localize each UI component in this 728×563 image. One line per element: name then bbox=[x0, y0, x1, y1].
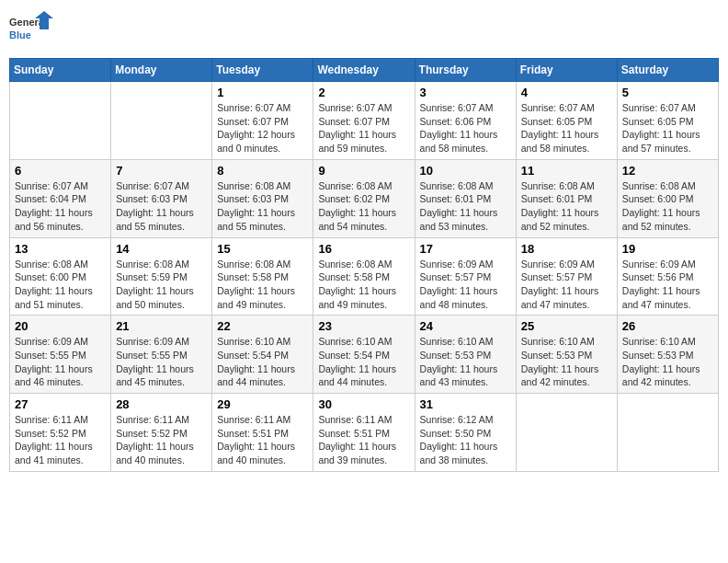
calendar-cell: 22Sunrise: 6:10 AMSunset: 5:54 PMDayligh… bbox=[212, 316, 313, 394]
day-info: Sunrise: 6:11 AMSunset: 5:51 PMDaylight:… bbox=[318, 413, 409, 467]
calendar-week-2: 6Sunrise: 6:07 AMSunset: 6:04 PMDaylight… bbox=[10, 159, 719, 237]
day-info: Sunrise: 6:07 AMSunset: 6:05 PMDaylight:… bbox=[622, 101, 713, 155]
day-number: 4 bbox=[521, 86, 612, 99]
day-info: Sunrise: 6:09 AMSunset: 5:57 PMDaylight:… bbox=[521, 258, 612, 312]
day-number: 19 bbox=[622, 242, 713, 256]
day-info: Sunrise: 6:07 AMSunset: 6:07 PMDaylight:… bbox=[318, 101, 409, 155]
calendar-cell: 7Sunrise: 6:07 AMSunset: 6:03 PMDaylight… bbox=[111, 159, 212, 237]
calendar-header: SundayMondayTuesdayWednesdayThursdayFrid… bbox=[10, 59, 719, 82]
calendar-cell: 2Sunrise: 6:07 AMSunset: 6:07 PMDaylight… bbox=[313, 82, 415, 160]
day-number: 23 bbox=[318, 319, 409, 333]
day-info: Sunrise: 6:09 AMSunset: 5:55 PMDaylight:… bbox=[15, 335, 106, 389]
day-number: 1 bbox=[217, 86, 308, 99]
calendar-cell: 28Sunrise: 6:11 AMSunset: 5:52 PMDayligh… bbox=[111, 394, 212, 472]
calendar-cell: 30Sunrise: 6:11 AMSunset: 5:51 PMDayligh… bbox=[313, 394, 415, 472]
day-number: 12 bbox=[622, 164, 713, 178]
weekday-header-row: SundayMondayTuesdayWednesdayThursdayFrid… bbox=[10, 59, 719, 82]
day-info: Sunrise: 6:11 AMSunset: 5:51 PMDaylight:… bbox=[217, 413, 308, 467]
day-info: Sunrise: 6:07 AMSunset: 6:06 PMDaylight:… bbox=[420, 101, 511, 155]
day-info: Sunrise: 6:08 AMSunset: 5:59 PMDaylight:… bbox=[116, 258, 207, 312]
day-info: Sunrise: 6:08 AMSunset: 6:02 PMDaylight:… bbox=[318, 179, 409, 234]
day-info: Sunrise: 6:09 AMSunset: 5:55 PMDaylight:… bbox=[116, 335, 207, 389]
day-number: 21 bbox=[116, 319, 207, 333]
calendar-cell: 18Sunrise: 6:09 AMSunset: 5:57 PMDayligh… bbox=[516, 237, 617, 316]
day-info: Sunrise: 6:11 AMSunset: 5:52 PMDaylight:… bbox=[15, 413, 106, 467]
day-number: 3 bbox=[420, 86, 511, 99]
logo: General Blue bbox=[9, 9, 55, 51]
calendar-cell: 6Sunrise: 6:07 AMSunset: 6:04 PMDaylight… bbox=[10, 159, 111, 237]
day-number: 17 bbox=[420, 242, 511, 256]
calendar-week-5: 27Sunrise: 6:11 AMSunset: 5:52 PMDayligh… bbox=[10, 394, 719, 472]
calendar-cell: 24Sunrise: 6:10 AMSunset: 5:53 PMDayligh… bbox=[415, 316, 516, 394]
day-info: Sunrise: 6:11 AMSunset: 5:52 PMDaylight:… bbox=[116, 413, 207, 467]
day-number: 10 bbox=[420, 164, 511, 178]
day-info: Sunrise: 6:07 AMSunset: 6:04 PMDaylight:… bbox=[15, 179, 106, 234]
day-info: Sunrise: 6:08 AMSunset: 5:58 PMDaylight:… bbox=[318, 258, 409, 312]
day-number: 7 bbox=[116, 164, 207, 178]
day-number: 8 bbox=[217, 164, 308, 178]
calendar-cell: 11Sunrise: 6:08 AMSunset: 6:01 PMDayligh… bbox=[516, 159, 617, 237]
day-number: 16 bbox=[318, 242, 409, 256]
day-number: 2 bbox=[318, 86, 409, 99]
calendar-cell: 20Sunrise: 6:09 AMSunset: 5:55 PMDayligh… bbox=[10, 316, 111, 394]
day-info: Sunrise: 6:10 AMSunset: 5:53 PMDaylight:… bbox=[521, 335, 612, 389]
day-number: 15 bbox=[217, 242, 308, 256]
day-number: 25 bbox=[521, 319, 612, 333]
day-number: 29 bbox=[217, 397, 308, 411]
calendar-cell: 10Sunrise: 6:08 AMSunset: 6:01 PMDayligh… bbox=[415, 159, 516, 237]
calendar-cell bbox=[10, 82, 111, 160]
calendar-cell: 31Sunrise: 6:12 AMSunset: 5:50 PMDayligh… bbox=[415, 394, 516, 472]
day-info: Sunrise: 6:08 AMSunset: 6:03 PMDaylight:… bbox=[217, 179, 308, 234]
weekday-header-sunday: Sunday bbox=[10, 59, 111, 82]
day-info: Sunrise: 6:10 AMSunset: 5:53 PMDaylight:… bbox=[622, 335, 713, 389]
day-number: 22 bbox=[217, 319, 308, 333]
day-number: 27 bbox=[15, 397, 106, 411]
calendar-cell: 19Sunrise: 6:09 AMSunset: 5:56 PMDayligh… bbox=[617, 237, 718, 316]
day-number: 26 bbox=[622, 319, 713, 333]
day-number: 28 bbox=[116, 397, 207, 411]
day-info: Sunrise: 6:08 AMSunset: 6:01 PMDaylight:… bbox=[521, 179, 612, 234]
calendar-cell: 12Sunrise: 6:08 AMSunset: 6:00 PMDayligh… bbox=[617, 159, 718, 237]
calendar-cell bbox=[111, 82, 212, 160]
calendar-week-1: 1Sunrise: 6:07 AMSunset: 6:07 PMDaylight… bbox=[10, 82, 719, 160]
calendar-cell: 26Sunrise: 6:10 AMSunset: 5:53 PMDayligh… bbox=[617, 316, 718, 394]
day-number: 5 bbox=[622, 86, 713, 99]
day-number: 13 bbox=[15, 242, 106, 256]
day-info: Sunrise: 6:08 AMSunset: 6:01 PMDaylight:… bbox=[420, 179, 511, 234]
day-number: 31 bbox=[420, 397, 511, 411]
day-number: 11 bbox=[521, 164, 612, 178]
day-info: Sunrise: 6:08 AMSunset: 5:58 PMDaylight:… bbox=[217, 258, 308, 312]
calendar-cell: 8Sunrise: 6:08 AMSunset: 6:03 PMDaylight… bbox=[212, 159, 313, 237]
day-info: Sunrise: 6:10 AMSunset: 5:54 PMDaylight:… bbox=[217, 335, 308, 389]
day-info: Sunrise: 6:10 AMSunset: 5:54 PMDaylight:… bbox=[318, 335, 409, 389]
calendar-cell: 4Sunrise: 6:07 AMSunset: 6:05 PMDaylight… bbox=[516, 82, 617, 160]
weekday-header-monday: Monday bbox=[111, 59, 212, 82]
calendar-cell: 29Sunrise: 6:11 AMSunset: 5:51 PMDayligh… bbox=[212, 394, 313, 472]
page-header: General Blue bbox=[9, 9, 719, 51]
day-info: Sunrise: 6:08 AMSunset: 6:00 PMDaylight:… bbox=[15, 258, 106, 312]
day-info: Sunrise: 6:07 AMSunset: 6:05 PMDaylight:… bbox=[521, 101, 612, 155]
day-info: Sunrise: 6:07 AMSunset: 6:03 PMDaylight:… bbox=[116, 179, 207, 234]
calendar-cell: 13Sunrise: 6:08 AMSunset: 6:00 PMDayligh… bbox=[10, 237, 111, 316]
day-number: 14 bbox=[116, 242, 207, 256]
calendar-cell: 14Sunrise: 6:08 AMSunset: 5:59 PMDayligh… bbox=[111, 237, 212, 316]
day-number: 24 bbox=[420, 319, 511, 333]
calendar-cell: 27Sunrise: 6:11 AMSunset: 5:52 PMDayligh… bbox=[10, 394, 111, 472]
day-info: Sunrise: 6:09 AMSunset: 5:56 PMDaylight:… bbox=[622, 258, 713, 312]
calendar-cell: 5Sunrise: 6:07 AMSunset: 6:05 PMDaylight… bbox=[617, 82, 718, 160]
weekday-header-thursday: Thursday bbox=[415, 59, 516, 82]
day-info: Sunrise: 6:07 AMSunset: 6:07 PMDaylight:… bbox=[217, 101, 308, 155]
logo-svg: General Blue bbox=[9, 9, 55, 51]
weekday-header-saturday: Saturday bbox=[617, 59, 718, 82]
day-info: Sunrise: 6:12 AMSunset: 5:50 PMDaylight:… bbox=[420, 413, 511, 467]
calendar-cell: 1Sunrise: 6:07 AMSunset: 6:07 PMDaylight… bbox=[212, 82, 313, 160]
weekday-header-tuesday: Tuesday bbox=[212, 59, 313, 82]
calendar-body: 1Sunrise: 6:07 AMSunset: 6:07 PMDaylight… bbox=[10, 82, 719, 472]
calendar-cell bbox=[516, 394, 617, 472]
day-info: Sunrise: 6:08 AMSunset: 6:00 PMDaylight:… bbox=[622, 179, 713, 234]
calendar-cell: 17Sunrise: 6:09 AMSunset: 5:57 PMDayligh… bbox=[415, 237, 516, 316]
day-number: 6 bbox=[15, 164, 106, 178]
weekday-header-wednesday: Wednesday bbox=[313, 59, 415, 82]
calendar-cell: 25Sunrise: 6:10 AMSunset: 5:53 PMDayligh… bbox=[516, 316, 617, 394]
day-info: Sunrise: 6:09 AMSunset: 5:57 PMDaylight:… bbox=[420, 258, 511, 312]
